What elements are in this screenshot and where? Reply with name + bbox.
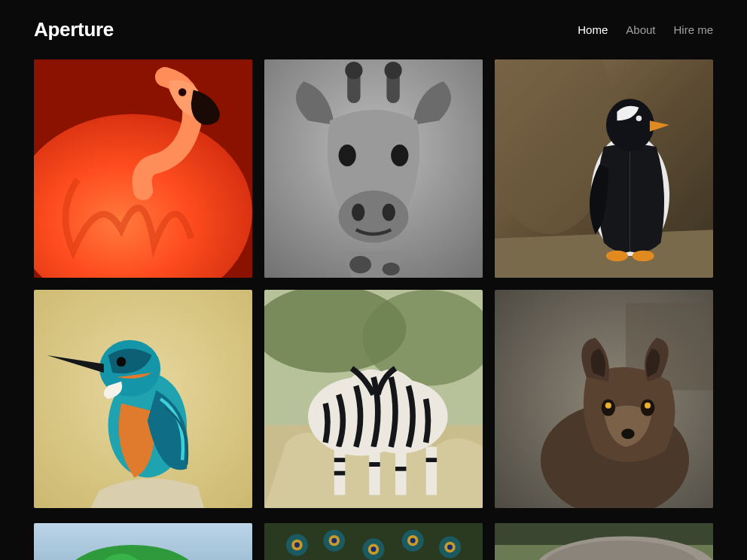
- svg-point-13: [391, 145, 408, 166]
- svg-point-20: [636, 116, 642, 122]
- main-nav: Home About Hire me: [578, 23, 713, 36]
- gallery-tile-kingfisher[interactable]: [34, 290, 252, 508]
- svg-point-7: [345, 62, 362, 79]
- gallery-tile-flamingo[interactable]: [34, 59, 252, 278]
- svg-point-49: [621, 428, 634, 439]
- svg-point-48: [645, 403, 651, 409]
- svg-point-59: [331, 538, 337, 543]
- nav-about[interactable]: About: [626, 23, 655, 36]
- svg-point-15: [383, 263, 400, 275]
- gallery-tile-zebra[interactable]: [264, 290, 483, 508]
- penguin-photo: [495, 59, 713, 278]
- gallery-tile-parrot[interactable]: [34, 523, 252, 560]
- photo-gallery-continued: [34, 523, 713, 560]
- svg-point-47: [605, 403, 611, 409]
- site-header: Aperture Home About Hire me: [34, 0, 713, 59]
- svg-point-21: [606, 251, 628, 262]
- svg-rect-34: [369, 447, 380, 495]
- giraffe-photo: [264, 59, 483, 278]
- gallery-tile-giraffe[interactable]: [264, 59, 483, 278]
- svg-point-11: [383, 203, 395, 221]
- svg-point-22: [633, 251, 654, 262]
- parrot-photo: [34, 523, 252, 560]
- svg-point-65: [410, 538, 416, 543]
- svg-point-62: [371, 546, 377, 552]
- nav-home[interactable]: Home: [578, 23, 608, 36]
- svg-point-8: [385, 62, 402, 79]
- svg-point-56: [294, 543, 300, 548]
- gallery-tile-rhino[interactable]: [495, 523, 713, 560]
- flamingo-photo: [34, 59, 252, 278]
- svg-point-68: [447, 544, 453, 549]
- site-logo[interactable]: Aperture: [34, 18, 114, 41]
- fox-photo: [495, 290, 713, 508]
- kingfisher-photo: [34, 290, 252, 508]
- svg-point-26: [117, 357, 127, 367]
- nav-hire-me[interactable]: Hire me: [673, 23, 713, 36]
- rhino-photo: [495, 523, 713, 560]
- photo-gallery: [34, 59, 713, 523]
- gallery-tile-peacock[interactable]: [264, 523, 483, 560]
- gallery-tile-fox[interactable]: [495, 290, 713, 508]
- svg-point-10: [352, 203, 364, 221]
- peacock-photo: [264, 523, 483, 560]
- svg-rect-33: [334, 447, 346, 495]
- gallery-tile-penguin[interactable]: [495, 59, 713, 278]
- svg-rect-36: [426, 447, 438, 495]
- svg-point-14: [349, 256, 371, 273]
- zebra-photo: [264, 290, 483, 508]
- svg-point-12: [339, 145, 356, 166]
- svg-point-2: [178, 88, 186, 96]
